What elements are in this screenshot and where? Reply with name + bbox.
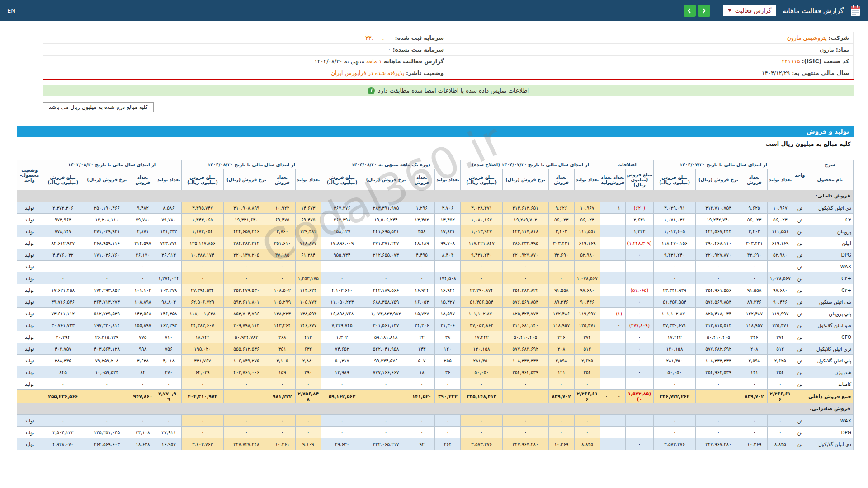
- value-cell: ۰: [461, 427, 502, 438]
- value-cell: ۱۲۹,۳۸۲: [295, 225, 321, 237]
- value-cell: ۱,۳۴۳,۰۶۵: [182, 214, 223, 225]
- value-cell: ۱۲۰: [435, 343, 461, 355]
- column-subheader: تعداد فروش: [548, 169, 574, 190]
- value-cell: ۰: [548, 261, 574, 272]
- value-cell: ۴,۰۱۸: [156, 355, 181, 366]
- value-cell: ۱۱۴,۶۲۴: [295, 284, 321, 296]
- value-cell: ۲۶,۱۷۰: [130, 249, 156, 261]
- language-toggle[interactable]: EN: [7, 7, 15, 14]
- value-cell: ۲,۴۰۲: [741, 225, 767, 237]
- value-cell: ۰: [435, 378, 461, 390]
- product-name-cell: CFO: [807, 331, 853, 343]
- column-subheader: مبلغ فروش (میلیون ریال): [654, 169, 695, 190]
- value-cell: [613, 249, 625, 261]
- value-cell: ۴۷,۱۸۵: [269, 249, 295, 261]
- value-cell: ۸۴۵: [42, 366, 84, 378]
- value-cell: ۳۴۷,۹۶۷,۲۸۰: [695, 438, 741, 450]
- value-cell: ۳۷۴: [574, 331, 600, 343]
- value-cell: ۳۶۷,۲۷۶: [321, 202, 363, 214]
- value-cell: ۰: [741, 415, 767, 427]
- value-cell: ۲۸۸,۳۴۵: [42, 355, 84, 366]
- value-cell: [600, 261, 613, 272]
- report-type-select[interactable]: گزارش فعالیت: [723, 5, 776, 16]
- value-cell: [600, 237, 613, 249]
- value-cell: ۰: [321, 427, 363, 438]
- value-cell: ۸۴: [130, 366, 156, 378]
- value-cell: ۰: [695, 378, 741, 390]
- info-cell: وضعیت ناشر: پذیرفته شده در فرابورس ایران: [43, 67, 448, 80]
- value-cell: ۲۱۲,۶۵۵,۰۷۳: [363, 249, 409, 261]
- value-cell: ۱۰,۲۶۹: [548, 438, 574, 450]
- table-row: منو اتيلن گلايکولتن۱۲۵,۳۷۱۱۱۸,۹۵۷۳۱۳,۸۱۵…: [17, 319, 854, 331]
- value-cell: ۱۷,۴۴۲: [461, 331, 502, 343]
- value-cell: ۵۷۷,۶۸۲,۶۹۲: [502, 343, 548, 355]
- value-cell: ۱۵۵,۸۹۷: [130, 319, 156, 331]
- value-cell: ۱۰,۹۶۷: [574, 202, 600, 214]
- info-cell: سرمایه ثبت شده: ۲۳,۰۰۰,۰۰۰: [43, 32, 448, 44]
- value-cell: ۳۵۱: [269, 343, 295, 355]
- value-cell: ۳۱۳,۸۱۵,۵۱۴: [695, 319, 741, 331]
- value-cell: ۳,۵۷۳,۲۷۶: [461, 438, 502, 450]
- value-cell: ۲,۸۸۰: [295, 355, 321, 366]
- value-cell: [600, 343, 613, 355]
- value-cell: ۱۴۱: [741, 366, 767, 378]
- topbar: EN گزارش فعالیت گزارش فعالیت ماهانه: [0, 0, 868, 21]
- value-cell: ۱,۰۷۳,۸۲۳,۹۸۲: [363, 308, 409, 319]
- value-cell: ۲۶۴,۵۶۹,۶۰۳: [84, 438, 130, 450]
- value-cell: ۲۰۸: [548, 343, 574, 355]
- value-cell: ۷۲۳,۷۷۱: [156, 237, 181, 249]
- column-subheader: مبلغ فروش (میلیون ریال): [321, 169, 363, 190]
- value-cell: ۵۰,۴۱۰,۴۰۵: [502, 331, 548, 343]
- value-cell: ۱۰,۳۶۱: [269, 438, 295, 450]
- value-cell: ۰: [363, 272, 409, 284]
- status-cell: تولید: [17, 284, 42, 296]
- prev-period-button[interactable]: [684, 5, 696, 17]
- column-subheader: تعداد فروش: [130, 169, 156, 190]
- value-cell: ۱۱۸,۴۷۰,۱۵۶: [654, 237, 695, 249]
- value-cell: ۱۳۵,۱۱۷,۸۵۶: [182, 237, 223, 249]
- value-cell: ۱۱۹,۹۹۷: [574, 308, 600, 319]
- next-period-button[interactable]: [698, 5, 710, 17]
- value-cell: ۱۲۲,۴۸۶: [548, 308, 574, 319]
- value-cell: ۳۵۴,۹۶۴,۵۳۹: [502, 366, 548, 378]
- value-cell: ۱,۲۷۴,۰۴۴: [156, 272, 181, 284]
- section-row: فروش داخلی:: [17, 190, 854, 202]
- value-cell: ۹۷,۶۸۰: [767, 284, 793, 296]
- value-cell: ۷۱۸,۸۷۷: [295, 237, 321, 249]
- value-cell: [613, 366, 625, 378]
- value-cell: ۱۱,۰۵۰,۲۲۳: [321, 296, 363, 308]
- product-name-cell: DPG: [807, 249, 853, 261]
- value-cell: [613, 296, 625, 308]
- unit-cell: تن: [793, 296, 807, 308]
- table-row: پلي اتيلن سنگينتن۹۰,۴۴۶۸۹,۲۴۶۵۷۶,۵۶۹,۸۵۳…: [17, 296, 854, 308]
- value-cell: ۰: [223, 261, 269, 272]
- status-cell: تولید: [17, 225, 42, 237]
- value-cell: ۰: [295, 261, 321, 272]
- value-cell: ۰: [654, 415, 695, 427]
- value-cell: ۰: [502, 415, 548, 427]
- value-cell: ۰: [625, 296, 654, 308]
- value-cell: ۱۸: [409, 366, 434, 378]
- value-cell: ۰: [654, 272, 695, 284]
- value-cell: ۰: [409, 378, 434, 390]
- value-cell: ۳۱۴,۶۱۳,۶۵۱: [502, 202, 548, 214]
- group-header: از ابتدای سال مالی تا تاریخ ۱۴۰۴/۰۷/۳۰: [654, 160, 793, 169]
- value-cell: ۵۰,۳۱۷: [321, 355, 363, 366]
- value-cell: ۲,۶۲۵: [767, 355, 793, 366]
- value-cell: ۷۳,۶۱۱,۱۱۲: [42, 308, 84, 319]
- value-cell: ۱۱۸,۰۰۱,۶۳۸: [182, 308, 223, 319]
- group-header: از ابتدای سال مالی تا تاریخ ۱۴۰۴/۰۸/۳۰: [182, 160, 321, 169]
- table-row: دي اتيلن گلايکولتن۱۰,۹۶۷۹,۶۲۵۳۱۴,۷۱۰,۷۵۳…: [17, 202, 854, 214]
- column-subheader: تعداد تولید: [574, 169, 600, 190]
- value-cell: ۰: [502, 378, 548, 390]
- value-cell: ۷۷۷,۱۶۶,۶۶۷: [363, 366, 409, 378]
- info-circle-icon: i: [368, 87, 375, 94]
- value-cell: ۳۴۷,۷۲۷,۲۴۸: [223, 438, 269, 450]
- value-cell: (۵۱,۰۶۵): [625, 284, 654, 296]
- value-cell: ۳۰۳,۴۲۱: [741, 237, 767, 249]
- value-cell: ۲۳,۲۹۰,۸۷۴: [461, 284, 502, 296]
- value-cell: ۵۹,۱۶۲,۵۶۲: [321, 390, 363, 403]
- value-cell: ۰: [42, 272, 84, 284]
- column-subheader: تعداد تولید: [767, 169, 793, 190]
- unit-cell: تن: [793, 272, 807, 284]
